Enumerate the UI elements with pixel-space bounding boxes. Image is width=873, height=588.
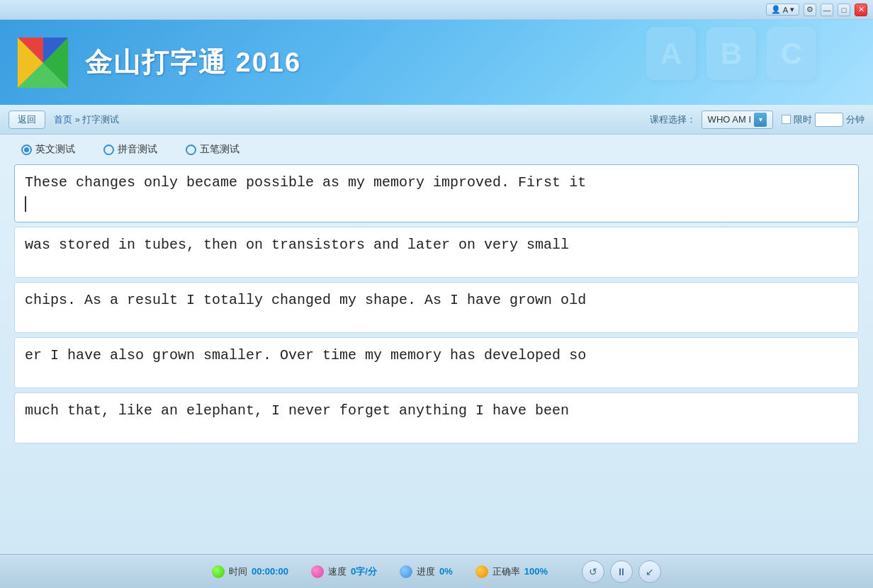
timer-setting: 限时 分钟	[782, 113, 864, 127]
text-line-3-content: chips. As a result I totally changed my …	[25, 292, 586, 308]
speed-status: 速度 0字/分	[311, 565, 377, 578]
time-icon	[212, 565, 225, 578]
user-label: A	[783, 6, 788, 14]
accuracy-icon	[475, 565, 488, 578]
maximize-btn[interactable]: □	[838, 4, 850, 16]
radio-wubi-label: 五笔测试	[200, 143, 240, 156]
nav-bar: 返回 首页 » 打字测试 课程选择： WHO AM I ▾ 限时 分钟	[0, 105, 873, 135]
speed-icon	[311, 565, 324, 578]
back-button[interactable]: 返回	[9, 111, 45, 129]
typing-text-area: These changes only became possible as my…	[14, 164, 859, 545]
close-btn[interactable]: ✕	[855, 4, 867, 16]
progress-value: 0%	[439, 566, 453, 577]
timer-label: 限时	[794, 113, 812, 126]
progress-label: 进度	[417, 565, 435, 578]
text-line-3: chips. As a result I totally changed my …	[14, 282, 859, 333]
minimize-btn[interactable]: —	[821, 4, 833, 16]
text-line-1-content: These changes only became possible as my…	[25, 174, 586, 191]
radio-wubi-indicator	[186, 145, 196, 155]
progress-icon	[400, 565, 412, 578]
course-select-dropdown[interactable]: WHO AM I ▾	[702, 111, 773, 129]
close-icon: ✕	[858, 5, 864, 14]
timer-unit: 分钟	[846, 113, 864, 126]
course-value: WHO AM I	[708, 114, 751, 125]
time-value: 00:00:00	[252, 566, 288, 577]
user-account-btn[interactable]: 👤 A ▾	[766, 4, 799, 16]
course-select-label: 课程选择：	[650, 113, 696, 126]
text-line-2-content: was stored in tubes, then on transistors…	[25, 237, 569, 253]
radio-english-label: 英文测试	[35, 143, 75, 156]
timer-minutes-input[interactable]	[815, 113, 843, 127]
bg-letter-b: B	[706, 27, 756, 80]
test-type-tabs: 英文测试 拼音测试 五笔测试	[14, 143, 859, 156]
home-link[interactable]: 首页	[54, 114, 72, 125]
progress-status: 进度 0%	[400, 565, 453, 578]
breadcrumb-separator: »	[75, 114, 80, 125]
text-line-4-content: er I have also grown smaller. Over time …	[25, 347, 586, 363]
text-line-5-content: much that, like an elephant, I never for…	[25, 402, 569, 419]
user-dropdown-arrow: ▾	[790, 5, 794, 14]
status-bar: 时间 00:00:00 速度 0字/分 进度 0% 正确率 100% ↺ ⏸ ↙	[0, 554, 873, 588]
chart-button[interactable]: ↙	[638, 560, 661, 583]
pause-button[interactable]: ⏸	[610, 560, 633, 583]
radio-pinyin-indicator	[103, 145, 114, 155]
playback-controls: ↺ ⏸ ↙	[582, 560, 661, 583]
user-icon: 👤	[771, 5, 781, 14]
title-bar: 👤 A ▾ ⚙ — □ ✕	[0, 0, 873, 20]
speed-label: 速度	[328, 565, 347, 578]
speed-value: 0字/分	[351, 565, 377, 578]
bg-letter-a: A	[646, 27, 696, 80]
main-content: 英文测试 拼音测试 五笔测试 These changes only became…	[0, 135, 873, 554]
text-line-4: er I have also grown smaller. Over time …	[14, 337, 859, 388]
breadcrumb: 首页 » 打字测试	[54, 113, 119, 126]
bg-decoration: A B C	[646, 27, 816, 80]
accuracy-status: 正确率 100%	[475, 565, 548, 578]
minimize-icon: —	[823, 6, 831, 14]
reset-button[interactable]: ↺	[582, 560, 604, 583]
maximize-icon: □	[842, 6, 847, 14]
text-line-5: much that, like an elephant, I never for…	[14, 392, 859, 443]
text-line-2: was stored in tubes, then on transistors…	[14, 227, 859, 278]
radio-pinyin[interactable]: 拼音测试	[103, 143, 157, 156]
app-title: 金山打字通 2016	[85, 45, 301, 81]
app-header: A B C 金山打字通 2016	[0, 20, 873, 105]
radio-english[interactable]: 英文测试	[21, 143, 75, 156]
settings-btn[interactable]: ⚙	[804, 4, 816, 16]
chart-icon: ↙	[646, 566, 654, 577]
pause-icon: ⏸	[616, 566, 626, 577]
time-label: 时间	[229, 565, 247, 578]
radio-english-indicator	[21, 145, 32, 155]
radio-pinyin-label: 拼音测试	[118, 143, 157, 156]
timer-checkbox[interactable]	[782, 115, 791, 124]
app-logo	[14, 34, 71, 91]
radio-wubi[interactable]: 五笔测试	[186, 143, 240, 156]
dropdown-arrow-icon: ▾	[754, 113, 767, 127]
accuracy-label: 正确率	[492, 565, 520, 578]
text-line-1[interactable]: These changes only became possible as my…	[14, 164, 859, 222]
text-cursor	[25, 196, 26, 212]
time-status: 时间 00:00:00	[212, 565, 288, 578]
reset-icon: ↺	[589, 566, 597, 577]
bg-letter-c: C	[767, 27, 816, 80]
accuracy-value: 100%	[524, 566, 548, 577]
current-page-label: 打字测试	[82, 114, 119, 125]
settings-icon: ⚙	[806, 5, 813, 14]
